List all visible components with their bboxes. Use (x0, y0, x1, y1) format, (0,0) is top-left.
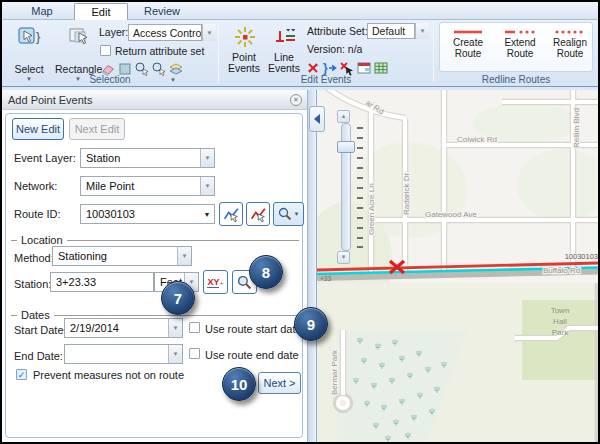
ribbon-group-selection: } Select ▼ Rectangle ▼ Layer: Access Con… (2, 20, 218, 86)
edit-events-group-label: Edit Events (219, 74, 433, 85)
ribbon: } Select ▼ Rectangle ▼ Layer: Access Con… (2, 20, 598, 86)
route-number-label: 10030103 (565, 252, 598, 261)
route-id-combobox[interactable]: 10030103 ▼ (80, 204, 215, 224)
collapse-arrow-icon (313, 114, 321, 124)
event-layer-combobox[interactable]: Station ▼ (80, 148, 215, 168)
next-edit-button[interactable]: Next Edit (69, 118, 125, 140)
dates-group-label: Dates (17, 309, 54, 321)
realign-route-icon (553, 27, 587, 37)
end-date-label: End Date: (14, 350, 63, 362)
tab-edit[interactable]: Edit (74, 3, 128, 20)
select-route-on-map-button[interactable] (219, 202, 243, 226)
search-icon (278, 207, 292, 221)
select-button[interactable]: } Select ▼ (6, 23, 52, 81)
svg-text:ψ: ψ (407, 370, 413, 379)
layer-dropdown-icon[interactable]: ▼ (202, 24, 216, 41)
close-icon[interactable]: ✕ (290, 94, 302, 106)
attribute-set-combobox[interactable]: Default (367, 23, 415, 39)
new-edit-button[interactable]: New Edit (12, 118, 64, 140)
svg-text:ψ: ψ (411, 412, 417, 421)
start-date-picker[interactable]: 2/19/2014 ▼ (64, 318, 183, 338)
route-id-dropdown-icon[interactable]: ▼ (200, 211, 214, 218)
attribute-set-dropdown-icon[interactable]: ▼ (415, 23, 429, 39)
station-tick-label: +33 (320, 275, 331, 282)
rellim-blvd-label: Rellim Blvd (572, 108, 581, 148)
create-route-button[interactable]: Create Route (444, 27, 492, 71)
select-route-blue-icon (223, 206, 240, 223)
event-layer-dropdown-icon[interactable]: ▼ (200, 149, 214, 167)
network-combobox[interactable]: Mile Point ▼ (80, 176, 215, 196)
station-input[interactable]: 3+23.33 (50, 272, 154, 292)
route-search-button[interactable]: ▼ (273, 202, 304, 226)
svg-text:ψ: ψ (405, 430, 411, 439)
network-dropdown-icon[interactable]: ▼ (200, 177, 214, 195)
svg-text:ψ: ψ (371, 380, 377, 389)
route-id-label: Route ID: (14, 208, 60, 220)
prevent-measures-checkbox[interactable]: ✓ (16, 369, 27, 380)
xy-locate-button[interactable]: XY₊ (203, 270, 228, 294)
point-events-label: Point Events (226, 52, 262, 74)
end-date-dropdown-icon[interactable]: ▼ (168, 345, 182, 363)
panel-header: Add Point Events ✕ (2, 90, 307, 110)
zoom-in-button[interactable]: ▲ (337, 110, 350, 123)
next-button[interactable]: Next > (258, 372, 301, 394)
radarick-dr-label: Radarick Dr (402, 172, 411, 215)
svg-text:ψ: ψ (361, 355, 367, 364)
line-events-button[interactable]: Line Events (265, 23, 303, 81)
svg-text:ψ: ψ (417, 390, 423, 399)
use-route-end-date-checkbox[interactable] (189, 348, 200, 359)
collapse-panel-button[interactable] (309, 106, 325, 132)
svg-text:ψ: ψ (385, 433, 391, 442)
extend-route-icon (503, 27, 537, 37)
station-value: 3+23.33 (51, 276, 153, 288)
svg-text:ψ: ψ (399, 396, 405, 405)
map-view[interactable]: ψψψ ψψψ ψψψ ψψψ ψψψ ψψψ ψψψ ψψψ (316, 90, 598, 442)
return-attribute-set-label: Return attribute set (115, 45, 204, 57)
colwick-rd-label: Colwick Rd (457, 135, 497, 144)
return-attribute-set-checkbox[interactable] (100, 45, 111, 56)
start-date-value: 2/19/2014 (65, 322, 168, 334)
park-label-town: Town (551, 306, 570, 315)
point-events-button[interactable]: Point Events (225, 23, 263, 81)
unselect-route-on-map-button[interactable] (246, 202, 270, 226)
event-layer-value: Station (81, 152, 200, 164)
select-icon: } (18, 26, 42, 48)
svg-text:ψ: ψ (364, 398, 370, 407)
zoom-out-button[interactable]: ▼ (337, 251, 350, 264)
park-label-park: Park (552, 328, 569, 337)
realign-route-button[interactable]: Realign Route (548, 27, 592, 71)
network-value: Mile Point (81, 180, 200, 192)
location-group-label: Location (17, 234, 67, 246)
use-route-start-date-checkbox[interactable] (189, 322, 200, 333)
svg-text:}: } (36, 29, 41, 44)
xy-icon: XY (207, 277, 219, 288)
tab-map[interactable]: Map (18, 3, 66, 20)
tab-review[interactable]: Review (134, 3, 190, 20)
start-date-dropdown-icon[interactable]: ▼ (168, 319, 182, 337)
svg-text:ψ: ψ (416, 348, 422, 357)
method-combobox[interactable]: Stationing ▼ (52, 246, 192, 266)
ribbon-tab-bar: Map Edit Review (2, 2, 598, 20)
callout-10: 10 (222, 367, 256, 401)
callout-8: 8 (249, 255, 283, 289)
use-route-end-date-label: Use route end date (205, 349, 299, 361)
layer-combobox[interactable]: Access Control (128, 24, 202, 41)
park-label-hall: Hall (553, 317, 567, 326)
svg-text:ψ: ψ (373, 420, 379, 429)
redline-routes-group-label: Redline Routes (434, 74, 598, 85)
extend-route-button[interactable]: Extend Route (496, 27, 544, 71)
method-dropdown-icon[interactable]: ▼ (177, 247, 191, 265)
rectangle-button[interactable]: Rectangle ▼ (54, 23, 102, 81)
start-date-label: Start Date: (14, 324, 67, 336)
panel-splitter[interactable] (308, 90, 316, 442)
layer-label: Layer: (99, 26, 128, 38)
end-date-picker[interactable]: ▼ (64, 344, 183, 364)
callout-7: 7 (161, 281, 195, 315)
svg-text:ψ: ψ (399, 353, 405, 362)
layer-value: Access Control (129, 27, 201, 39)
green-acre-ln-label: Green Acre Ln (367, 183, 376, 235)
callout-9: 9 (294, 307, 328, 341)
line-events-label: Line Events (266, 52, 302, 74)
route-id-value: 10030103 (81, 208, 200, 220)
zoom-slider-handle[interactable] (337, 141, 355, 153)
